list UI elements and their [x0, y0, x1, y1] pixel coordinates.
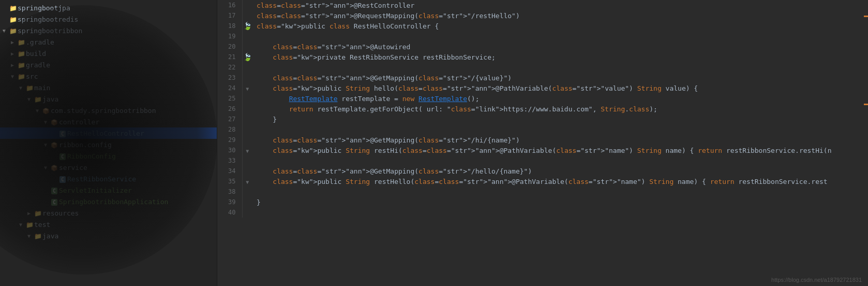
tree-item-gradle-wrap[interactable]: ▶📁.gradle	[0, 36, 217, 48]
line-gutter	[242, 187, 252, 197]
code-line-29: 29 class=class="str">"ann">@GetMapping(c…	[217, 135, 868, 145]
line-content	[252, 31, 868, 41]
tree-item-RibbonConfig[interactable]: CRibbonConfig	[0, 150, 217, 162]
scroll-indicators	[864, 0, 868, 286]
tree-label: java	[42, 95, 213, 103]
folder-icon: 📁	[33, 232, 42, 240]
line-gutter	[242, 73, 252, 83]
tree-label: ServletInitializer	[59, 187, 213, 194]
tree-item-test[interactable]: ▼📁test	[0, 219, 217, 230]
line-gutter	[242, 0, 252, 10]
tree-label: build	[26, 50, 213, 58]
package-icon: 📦	[50, 164, 59, 171]
line-gutter: ▼	[242, 176, 252, 187]
line-gutter	[242, 155, 252, 166]
line-number: 38	[217, 187, 242, 197]
tree-item-gradle[interactable]: ▶📁gradle	[0, 59, 217, 70]
code-line-26: 26 return restTemplate.getForObject( url…	[217, 104, 868, 114]
tree-label: RestRibbonService	[67, 175, 213, 183]
line-gutter	[242, 166, 252, 176]
line-content	[252, 62, 868, 73]
tree-item-SpringbootribbonApplication[interactable]: CSpringbootribbonApplication	[0, 196, 217, 207]
tree-item-springbootribbon[interactable]: ▼📁springbootribbon	[0, 25, 217, 36]
fold-icon[interactable]: ▼	[246, 86, 249, 92]
code-line-28: 28	[217, 124, 868, 135]
scroll-indicator-1	[864, 16, 868, 17]
line-number: 24	[217, 83, 242, 93]
line-gutter	[242, 10, 252, 21]
folder-icon: 📁	[25, 221, 34, 228]
tree-item-RestRibbonService[interactable]: CRestRibbonService	[0, 173, 217, 184]
code-editor: 16class=class="str">"ann">@RestControlle…	[217, 0, 868, 286]
line-gutter	[242, 207, 252, 218]
line-content	[252, 155, 868, 166]
line-number: 22	[217, 62, 242, 73]
code-line-35: 35▼ class="kw">public String restHello(c…	[217, 176, 868, 187]
tree-label: src	[26, 73, 213, 80]
fold-icon[interactable]: ▼	[246, 179, 249, 185]
tree-item-ServletInitializer[interactable]: CServletInitializer	[0, 184, 217, 196]
tree-label: test	[34, 221, 213, 228]
line-gutter: 🍃	[242, 52, 252, 62]
code-scroll[interactable]: 16class=class="str">"ann">@RestControlle…	[217, 0, 868, 286]
line-gutter: 🍃	[242, 21, 252, 31]
tree-item-springbootredis[interactable]: 📁springbootredis	[0, 13, 217, 25]
folder-icon: 📁	[17, 73, 26, 80]
tree-label: gradle	[26, 61, 213, 69]
tree-item-java[interactable]: ▼📁java	[0, 93, 217, 105]
tree-item-springbootjpa[interactable]: 📁springbootjpa	[0, 2, 217, 13]
tree-label: service	[59, 164, 213, 171]
tree-item-service[interactable]: ▼📦service	[0, 162, 217, 173]
tree-arrow: ▶	[25, 210, 33, 216]
code-table: 16class=class="str">"ann">@RestControlle…	[217, 0, 868, 218]
tree-item-java2[interactable]: ▼📁java	[0, 230, 217, 241]
folder-icon: 📁	[25, 84, 34, 92]
line-number: 16	[217, 0, 242, 10]
line-gutter	[242, 41, 252, 52]
tree-item-src[interactable]: ▼📁src	[0, 70, 217, 82]
code-line-23: 23 class=class="str">"ann">@GetMapping(c…	[217, 73, 868, 83]
folder-icon: 📁	[33, 209, 42, 217]
tree-label: springbootredis	[18, 16, 213, 23]
line-number: 17	[217, 10, 242, 21]
tree-arrow: ▼	[8, 74, 17, 79]
line-content	[252, 124, 868, 135]
line-content: class=class="str">"ann">@RequestMapping(…	[252, 10, 868, 21]
tree-item-RestHelloController[interactable]: CRestHelloController	[0, 127, 217, 139]
tree-label: resources	[42, 209, 213, 217]
line-content: class="kw">public String restHi(class=cl…	[252, 145, 868, 155]
tree-item-com[interactable]: ▼📦com.study.springbootribbon	[0, 105, 217, 116]
line-gutter	[242, 124, 252, 135]
class-icon-green: C	[50, 187, 59, 194]
class-icon: C	[58, 175, 67, 183]
tree-item-resources[interactable]: ▶📁resources	[0, 207, 217, 219]
line-number: 30	[217, 145, 242, 155]
code-line-20: 20 class=class="str">"ann">@Autowired	[217, 41, 868, 52]
tree-arrow: ▼	[0, 28, 8, 34]
line-gutter	[242, 135, 252, 145]
tree-label: java	[42, 232, 213, 240]
tree-arrow: ▶	[8, 39, 17, 45]
tree-label: RestHelloController	[67, 130, 213, 137]
tree-item-controller[interactable]: ▼📦controller	[0, 116, 217, 127]
line-gutter	[242, 93, 252, 104]
fold-icon[interactable]: ▼	[246, 148, 249, 154]
tree-item-build[interactable]: ▶📁build	[0, 48, 217, 59]
code-line-16: 16class=class="str">"ann">@RestControlle…	[217, 0, 868, 10]
line-content: class="kw">private RestRibbonService res…	[252, 52, 868, 62]
tree-item-main[interactable]: ▼📁main	[0, 82, 217, 93]
code-line-19: 19	[217, 31, 868, 41]
tree-item-ribbon.config[interactable]: ▼📦ribbon.config	[0, 139, 217, 150]
line-content: class=class="str">"ann">@Autowired	[252, 41, 868, 52]
package-icon: 📦	[50, 118, 59, 126]
class-icon-green: C	[50, 198, 59, 206]
code-line-25: 25 RestTemplate restTemplate = new RestT…	[217, 93, 868, 104]
tree-label: com.study.springbootribbon	[51, 107, 213, 115]
line-number: 25	[217, 93, 242, 104]
tree-arrow: ▼	[33, 108, 41, 113]
package-icon: 📦	[41, 107, 51, 115]
line-content	[252, 187, 868, 197]
code-line-27: 27 }	[217, 114, 868, 124]
tree-arrow: ▼	[41, 142, 50, 148]
line-number: 35	[217, 176, 242, 187]
